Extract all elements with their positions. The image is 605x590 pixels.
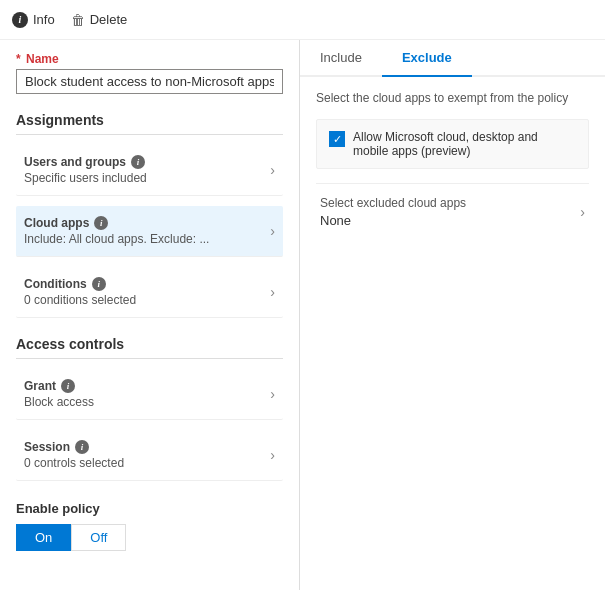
checkbox-check-icon: ✓	[333, 134, 342, 145]
cloud-info-icon[interactable]: i	[94, 216, 108, 230]
info-label: Info	[33, 12, 55, 27]
session-label: Session i	[24, 440, 124, 454]
cloud-apps-item[interactable]: Cloud apps i Include: All cloud apps. Ex…	[16, 206, 283, 257]
info-icon: i	[12, 12, 28, 28]
conditions-chevron-icon: ›	[270, 284, 275, 300]
name-label: * Name	[16, 52, 283, 66]
exclude-item-label: Select excluded cloud apps	[320, 196, 466, 210]
exclude-cloud-apps-item[interactable]: Select excluded cloud apps None ›	[316, 183, 589, 240]
users-groups-item[interactable]: Users and groups i Specific users includ…	[16, 145, 283, 196]
session-left: Session i 0 controls selected	[24, 440, 124, 470]
grant-left: Grant i Block access	[24, 379, 94, 409]
grant-info-icon[interactable]: i	[61, 379, 75, 393]
exclude-item-value: None	[320, 213, 466, 228]
grant-item[interactable]: Grant i Block access ›	[16, 369, 283, 420]
delete-icon: 🗑	[71, 12, 85, 28]
policy-note: Select the cloud apps to exempt from the…	[316, 91, 589, 105]
enable-policy-label: Enable policy	[16, 501, 283, 516]
exclude-left: Select excluded cloud apps None	[320, 196, 466, 228]
toggle-on-button[interactable]: On	[16, 524, 71, 551]
grant-sub: Block access	[24, 395, 94, 409]
session-info-icon[interactable]: i	[75, 440, 89, 454]
session-chevron-icon: ›	[270, 447, 275, 463]
toggle-group: On Off	[16, 524, 283, 551]
grant-label: Grant i	[24, 379, 94, 393]
cloud-apps-sub: Include: All cloud apps. Exclude: ...	[24, 232, 209, 246]
users-groups-left: Users and groups i Specific users includ…	[24, 155, 147, 185]
allow-microsoft-checkbox-row[interactable]: ✓ Allow Microsoft cloud, desktop and mob…	[316, 119, 589, 169]
users-groups-sub: Specific users included	[24, 171, 147, 185]
tab-exclude[interactable]: Exclude	[382, 40, 472, 77]
cloud-apps-left: Cloud apps i Include: All cloud apps. Ex…	[24, 216, 209, 246]
conditions-label: Conditions i	[24, 277, 136, 291]
session-sub: 0 controls selected	[24, 456, 124, 470]
left-panel: * Name Assignments Users and groups i Sp…	[0, 40, 300, 590]
grant-chevron-icon: ›	[270, 386, 275, 402]
cloud-chevron-icon: ›	[270, 223, 275, 239]
name-field-group: * Name	[16, 52, 283, 94]
tab-include[interactable]: Include	[300, 40, 382, 77]
delete-button[interactable]: 🗑 Delete	[71, 12, 128, 28]
exclude-chevron-icon: ›	[580, 204, 585, 220]
conditions-item[interactable]: Conditions i 0 conditions selected ›	[16, 267, 283, 318]
access-controls-title: Access controls	[16, 336, 283, 359]
delete-label: Delete	[90, 12, 128, 27]
checkbox-box[interactable]: ✓	[329, 131, 345, 147]
name-input[interactable]	[16, 69, 283, 94]
right-content: Select the cloud apps to exempt from the…	[300, 77, 605, 254]
tabs-row: Include Exclude	[300, 40, 605, 77]
info-button[interactable]: i Info	[12, 12, 55, 28]
users-groups-label: Users and groups i	[24, 155, 147, 169]
conditions-left: Conditions i 0 conditions selected	[24, 277, 136, 307]
conditions-sub: 0 conditions selected	[24, 293, 136, 307]
enable-policy-section: Enable policy On Off	[16, 501, 283, 551]
toggle-off-button[interactable]: Off	[71, 524, 126, 551]
conditions-info-icon[interactable]: i	[92, 277, 106, 291]
required-asterisk: *	[16, 52, 21, 66]
users-chevron-icon: ›	[270, 162, 275, 178]
top-bar: i Info 🗑 Delete	[0, 0, 605, 40]
checkbox-label: Allow Microsoft cloud, desktop and mobil…	[353, 130, 576, 158]
right-panel: Include Exclude Select the cloud apps to…	[300, 40, 605, 590]
main-content: * Name Assignments Users and groups i Sp…	[0, 40, 605, 590]
session-item[interactable]: Session i 0 controls selected ›	[16, 430, 283, 481]
users-info-icon[interactable]: i	[131, 155, 145, 169]
assignments-title: Assignments	[16, 112, 283, 135]
cloud-apps-label: Cloud apps i	[24, 216, 209, 230]
